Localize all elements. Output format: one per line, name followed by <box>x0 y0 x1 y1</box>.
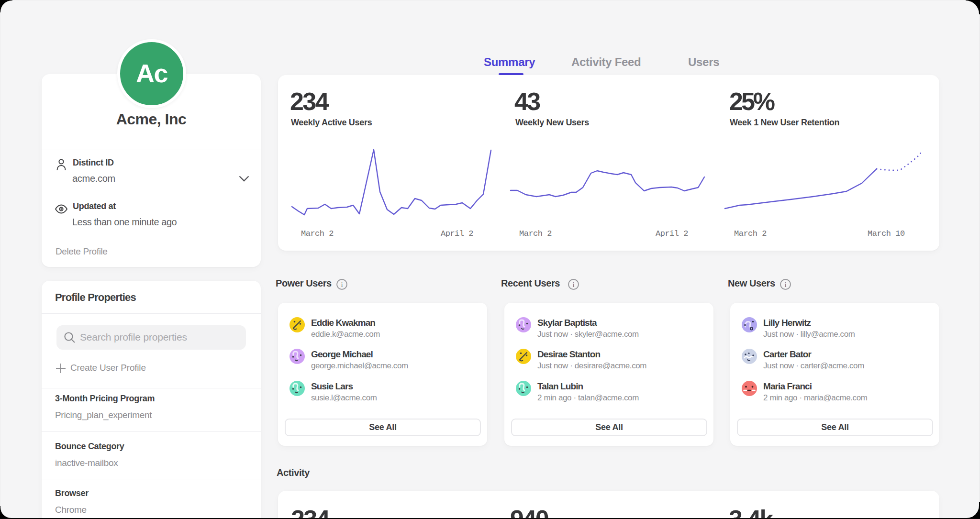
svg-text:i: i <box>572 281 574 288</box>
svg-text:i: i <box>341 281 343 288</box>
svg-text:i: i <box>784 281 786 288</box>
